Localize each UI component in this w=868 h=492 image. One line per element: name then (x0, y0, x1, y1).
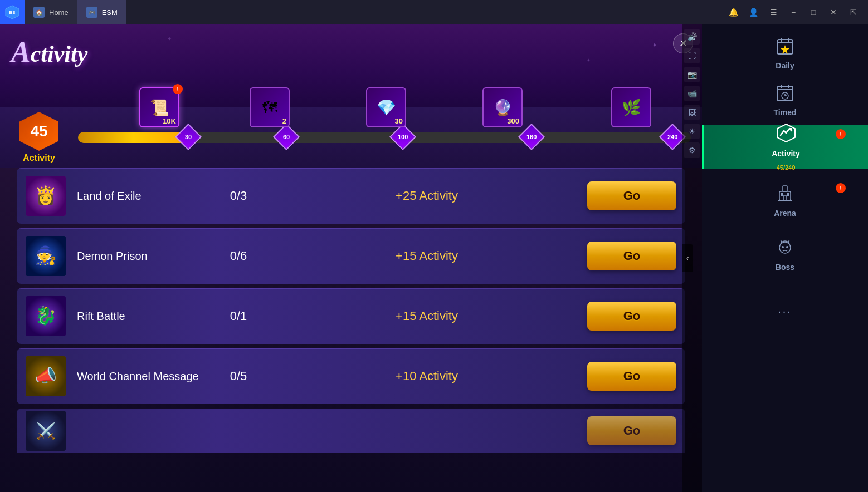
reward-orb-count: 300 (507, 117, 519, 125)
sidebar-item-timed[interactable]: Timed (702, 78, 868, 122)
milestone-160-value: 160 (526, 134, 537, 140)
svg-point-31 (779, 242, 791, 253)
svg-line-32 (781, 240, 782, 242)
deco-star2: ✦ (587, 58, 591, 63)
video-btn[interactable]: 📹 (684, 86, 700, 101)
tab-home[interactable]: 🏠 Home (25, 0, 77, 24)
milestone-60: 60 (277, 127, 296, 146)
more-dots: ... (778, 303, 792, 316)
activity-label: Activity (772, 149, 800, 158)
svg-rect-29 (783, 196, 787, 200)
svg-rect-27 (781, 193, 783, 196)
progress-area: 45 Activity 30 60 (0, 107, 702, 168)
reward-gem-count: 30 (395, 117, 403, 125)
activity-reward-land-of-exile: +25 Activity (277, 189, 576, 203)
sidebar-item-activity[interactable]: ! Activity 45/240 (702, 125, 868, 169)
esm-tab-icon: 🎮 (86, 7, 97, 18)
activity-count-world-channel: 0/5 (211, 369, 266, 383)
title-bar-left: BS 🏠 Home 🎮 ESM (0, 0, 126, 24)
right-sidebar: Daily Timed ! Activity (702, 24, 868, 492)
sound-btn[interactable]: 🔊 (684, 29, 700, 45)
minimize-btn[interactable]: − (786, 4, 801, 20)
brightness-btn[interactable]: ☀ (684, 124, 700, 139)
esm-tab-label: ESM (102, 8, 118, 17)
activity-count-rift-battle: 0/1 (211, 309, 266, 323)
svg-rect-28 (787, 193, 789, 196)
go-btn-demon-prison[interactable]: Go (587, 242, 676, 270)
menu-btn[interactable]: ☰ (765, 4, 781, 20)
sidebar-item-more[interactable]: ... (702, 287, 868, 331)
settings-btn[interactable]: ⚙ (684, 142, 700, 158)
partial-go-area: Go (587, 416, 676, 445)
notification-btn[interactable]: 🔔 (725, 4, 741, 20)
activity-icon (776, 123, 796, 147)
svg-text:BS: BS (9, 10, 16, 15)
title-bar-right: 🔔 👤 ☰ − □ ✕ ⇱ (725, 4, 868, 20)
activity-name-world-channel: World Channel Message (77, 370, 199, 383)
camera-btn[interactable]: 📷 (684, 67, 700, 82)
gallery-btn[interactable]: 🖼 (684, 105, 700, 120)
svg-text:⚔️: ⚔️ (36, 422, 56, 440)
activity-reward-world-channel: +10 Activity (277, 369, 576, 383)
thumb-demon-prison: 🧙 (26, 236, 66, 276)
svg-text:👸: 👸 (35, 185, 57, 206)
milestone-100-value: 100 (398, 134, 408, 140)
activity-name-demon-prison: Demon Prison (77, 250, 199, 263)
thumb-land-of-exile: 👸 (26, 176, 66, 216)
reward-map-count: 2 (282, 117, 286, 125)
go-btn-rift-battle[interactable]: Go (587, 302, 676, 331)
svg-text:🧙: 🧙 (35, 245, 57, 266)
fullscreen-btn[interactable]: ⛶ (684, 48, 700, 63)
go-btn-unknown[interactable]: Go (587, 416, 676, 445)
svg-text:🐉: 🐉 (35, 305, 57, 326)
boss-icon (776, 239, 794, 260)
go-btn-world-channel[interactable]: Go (587, 362, 676, 391)
activity-count-land-of-exile: 0/3 (211, 189, 266, 203)
activity-reward-rift-battle: +15 Activity (277, 309, 576, 323)
svg-text:📣: 📣 (35, 365, 57, 386)
arena-icon (776, 185, 794, 206)
go-btn-land-of-exile[interactable]: Go (587, 181, 676, 210)
progress-bar-bg: 30 60 100 160 (78, 132, 691, 143)
activity-row-world-channel: 📣 World Channel Message 0/5 +10 Activity… (17, 348, 685, 404)
activity-notif-badge: ! (836, 129, 846, 139)
progress-bar-fill (78, 132, 188, 143)
sidebar-item-arena[interactable]: ! Arena (702, 179, 868, 223)
milestone-60-value: 60 (283, 134, 290, 140)
reward-scroll-count: 10K (163, 117, 176, 125)
boss-label: Boss (776, 263, 794, 272)
sidebar-item-boss[interactable]: Boss (702, 233, 868, 277)
badge-value: 45 (19, 112, 58, 151)
tab-esm[interactable]: 🎮 ESM (77, 0, 126, 24)
milestone-240: 240 (663, 127, 682, 146)
milestone-60-diamond: 60 (273, 124, 300, 150)
svg-rect-17 (777, 86, 793, 101)
home-tab-icon: 🏠 (33, 7, 45, 18)
activity-row-rift-battle: 🐉 Rift Battle 0/1 +15 Activity Go (17, 288, 685, 344)
thumb-rift-battle: 🐉 (26, 296, 66, 336)
svg-point-34 (782, 246, 784, 248)
collapse-arrow[interactable]: ‹ (682, 244, 693, 272)
maximize-btn[interactable]: □ (806, 4, 821, 20)
arena-notif-badge: ! (836, 183, 846, 193)
activity-name-rift-battle: Rift Battle (77, 310, 199, 323)
milestone-160-diamond: 160 (518, 124, 545, 150)
sidebar-divider-1 (719, 174, 851, 174)
window-close-btn[interactable]: ✕ (826, 4, 841, 20)
sidebar-item-daily[interactable]: Daily (702, 31, 868, 76)
milestone-100: 100 (393, 127, 412, 146)
badge-label: Activity (23, 153, 55, 163)
activity-list: 👸 Land of Exile 0/3 +25 Activity Go (17, 168, 685, 481)
deco-star3: ✦ (167, 36, 172, 42)
panel-header: Activity ✦ ✦ ✦ ✕ (0, 24, 702, 107)
activity-badge: 45 Activity (11, 112, 67, 163)
restore-btn[interactable]: ⇱ (846, 4, 861, 20)
home-tab-label: Home (49, 8, 69, 17)
bluestacks-logo: BS (0, 0, 25, 24)
milestone-240-value: 240 (667, 134, 677, 140)
title-cap: A (11, 36, 31, 68)
activity-reward-demon-prison: +15 Activity (277, 249, 576, 263)
daily-icon (776, 37, 794, 59)
milestone-160: 160 (522, 127, 541, 146)
account-btn[interactable]: 👤 (745, 4, 761, 20)
